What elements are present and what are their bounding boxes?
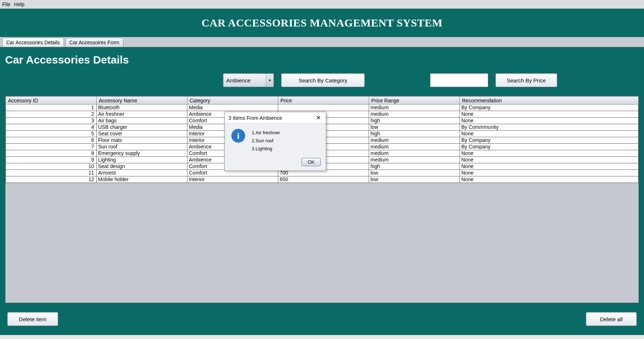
cell-id: 2 <box>6 111 97 118</box>
category-dropdown[interactable]: Ambience <box>223 73 274 87</box>
col-accessory-name[interactable]: Accessory Name <box>97 97 187 105</box>
cell-name: Emergency supply <box>97 150 187 157</box>
cell-recommendation: None <box>460 157 639 163</box>
table-header-row: Accessory ID Accessory Name Category Pri… <box>6 97 639 105</box>
cell-recommendation: None <box>460 111 639 118</box>
table-row[interactable]: 12Mobile holderInterior650lowNone <box>6 176 639 183</box>
cell-name: Seat cover <box>97 131 187 137</box>
delete-item-button[interactable]: Delete item <box>7 312 58 326</box>
dialog-line: 3.Lighting <box>252 145 280 153</box>
footer-bar: Delete item Delete all <box>0 303 644 335</box>
info-icon: i <box>231 129 245 143</box>
cell-price-range: medium <box>369 157 460 163</box>
cell-id: 12 <box>6 176 97 183</box>
cell-recommendation: By Company <box>460 144 639 150</box>
cell-id: 8 <box>6 150 97 157</box>
cell-id: 7 <box>6 144 97 150</box>
dialog-button-row: OK <box>225 156 326 171</box>
cell-category: Media <box>187 105 278 111</box>
content-area: Car Accessories Details Ambience Search … <box>0 47 644 303</box>
tab-car-accessories-form[interactable]: Car Accessoires Form <box>65 38 123 47</box>
cell-name: Sun roof <box>97 144 187 150</box>
cell-id: 9 <box>6 157 97 163</box>
col-recommendation[interactable]: Recommendation <box>460 97 639 105</box>
cell-price-range: high <box>369 118 460 124</box>
cell-name: Air freshner <box>97 111 187 118</box>
cell-name: Armrest <box>97 170 187 176</box>
cell-price-range: high <box>369 163 460 170</box>
cell-price-range: medium <box>369 137 460 144</box>
dialog-close-icon[interactable]: ✕ <box>315 114 322 121</box>
info-dialog: 3 Items From Ambience ✕ i 1.Air freshner… <box>224 112 326 171</box>
cell-name: Air bags <box>97 118 187 124</box>
cell-recommendation: None <box>460 163 639 170</box>
cell-price-range: high <box>369 131 460 137</box>
col-category[interactable]: Category <box>187 97 278 105</box>
dialog-line: 2.Sun roof <box>252 137 280 145</box>
cell-category: Interior <box>187 176 278 183</box>
cell-price: 650 <box>278 176 369 183</box>
cell-name: Mobile holder <box>97 176 187 183</box>
cell-recommendation: None <box>460 150 639 157</box>
price-input[interactable] <box>430 73 488 87</box>
cell-name: USB charger <box>97 124 187 131</box>
search-row: Ambience Search By Category Search By Pr… <box>5 73 639 87</box>
cell-price <box>278 105 369 111</box>
cell-id: 6 <box>6 137 97 144</box>
tab-car-accessories-details[interactable]: Car Accessories Details <box>2 38 64 47</box>
cell-id: 5 <box>6 131 97 137</box>
cell-id: 4 <box>6 124 97 131</box>
page-title: Car Accessories Details <box>5 54 639 66</box>
search-by-category-button[interactable]: Search By Category <box>281 73 365 87</box>
cell-recommendation: By Company <box>460 105 639 111</box>
menu-help[interactable]: Help <box>14 1 25 7</box>
delete-all-button[interactable]: Delete all <box>586 312 637 326</box>
cell-id: 1 <box>6 105 97 111</box>
dialog-ok-button[interactable]: OK <box>301 158 321 166</box>
cell-price-range: medium <box>369 105 460 111</box>
table-row[interactable]: 1BluetoothMediamediumBy Company <box>6 105 639 111</box>
col-accessory-id[interactable]: Accessory ID <box>6 97 97 105</box>
cell-name: Bluetooth <box>97 105 187 111</box>
cell-recommendation: None <box>460 176 639 183</box>
cell-recommendation: None <box>460 170 639 176</box>
app-banner: CAR ACCESSORIES MANAGEMENT SYSTEM <box>0 9 644 37</box>
search-by-price-button[interactable]: Search By Price <box>495 73 557 87</box>
col-price-range[interactable]: Price Range <box>369 97 460 105</box>
menu-bar: File Help <box>0 0 644 9</box>
tab-strip: Car Accessories Details Car Accessoires … <box>0 37 644 47</box>
cell-recommendation: None <box>460 118 639 124</box>
dialog-titlebar: 3 Items From Ambience ✕ <box>225 112 326 124</box>
dialog-body: i 1.Air freshner 2.Sun roof 3.Lighting <box>225 124 326 156</box>
cell-name: Seat design <box>97 163 187 170</box>
cell-id: 11 <box>6 170 97 176</box>
menu-file[interactable]: File <box>2 1 11 7</box>
cell-price-range: medium <box>369 111 460 118</box>
category-dropdown-value: Ambience <box>226 77 251 83</box>
cell-id: 3 <box>6 118 97 124</box>
cell-price-range: low <box>369 170 460 176</box>
cell-recommendation: By Commmunity <box>460 124 639 131</box>
cell-name: Floor mats <box>97 137 187 144</box>
dialog-message: 1.Air freshner 2.Sun roof 3.Lighting <box>252 129 280 153</box>
cell-recommendation: By Company <box>460 137 639 144</box>
col-price[interactable]: Price <box>278 97 369 105</box>
cell-price-range: low <box>369 176 460 183</box>
cell-price-range: medium <box>369 144 460 150</box>
cell-id: 10 <box>6 163 97 170</box>
cell-name: Lighting <box>97 157 187 163</box>
app-title: CAR ACCESSORIES MANAGEMENT SYSTEM <box>0 17 644 29</box>
cell-price-range: low <box>369 124 460 131</box>
dialog-line: 1.Air freshner <box>252 129 280 137</box>
cell-price-range: medium <box>369 150 460 157</box>
cell-recommendation: None <box>460 131 639 137</box>
dialog-title-text: 3 Items From Ambience <box>228 115 282 121</box>
